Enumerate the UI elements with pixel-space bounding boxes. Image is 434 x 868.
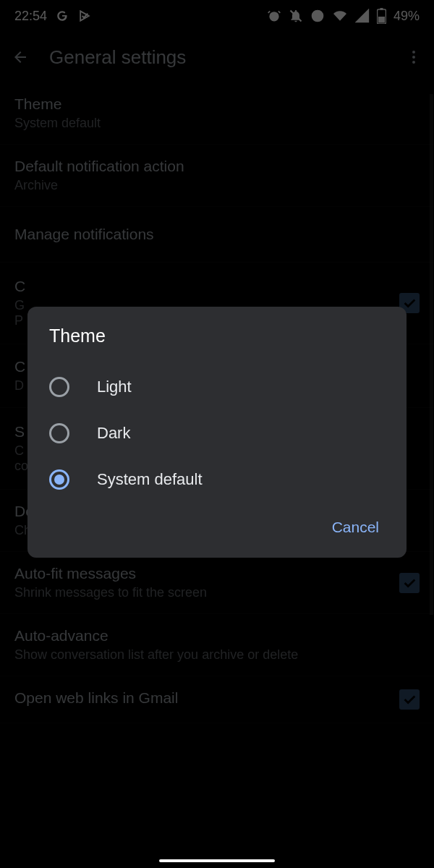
radio-label: System default: [97, 470, 203, 489]
nav-home-indicator[interactable]: [159, 859, 275, 862]
radio-unchecked-icon: [49, 377, 69, 397]
radio-checked-icon: [49, 469, 69, 490]
radio-label: Dark: [97, 424, 130, 443]
theme-option-system-default[interactable]: System default: [27, 456, 407, 503]
dialog-title: Theme: [27, 326, 407, 346]
cancel-button[interactable]: Cancel: [323, 513, 388, 542]
radio-label: Light: [97, 378, 132, 396]
theme-option-light[interactable]: Light: [27, 364, 407, 410]
radio-unchecked-icon: [49, 423, 69, 443]
theme-option-dark[interactable]: Dark: [27, 410, 407, 456]
dialog-actions: Cancel: [27, 503, 407, 548]
theme-dialog: Theme Light Dark System default Cancel: [27, 307, 407, 558]
